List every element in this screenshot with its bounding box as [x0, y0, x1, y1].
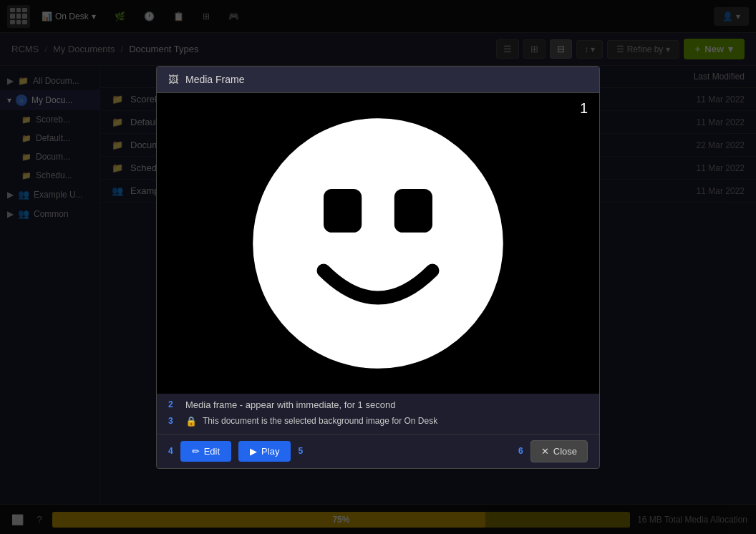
lock-icon: 🔒 — [185, 416, 197, 427]
modal-info-row: 3 🔒 This document is the selected backgr… — [157, 413, 599, 434]
modal-title: Media Frame — [185, 74, 244, 85]
play-btn[interactable]: ▶ Play — [238, 441, 291, 462]
info-text: This document is the selected background… — [203, 416, 437, 426]
modal-body: 1 2 Media frame - appear w — [157, 93, 599, 434]
info-number: 3 — [168, 416, 180, 426]
caption-number: 2 — [168, 399, 180, 409]
modal-caption-row: 2 Media frame - appear with immediate, f… — [157, 394, 599, 413]
edit-btn[interactable]: ✏ Edit — [180, 441, 231, 462]
smiley-image — [242, 107, 514, 379]
media-frame-modal: 🖼 Media Frame 1 — [156, 66, 600, 469]
edit-icon: ✏ — [192, 446, 200, 457]
play-label: Play — [261, 446, 279, 457]
modal-header: 🖼 Media Frame — [157, 67, 599, 93]
caption-text: Media frame - appear with immediate, for… — [185, 399, 395, 410]
close-number: 6 — [518, 446, 523, 456]
modal-overlay[interactable]: 🖼 Media Frame 1 — [0, 0, 756, 534]
close-x-icon: ✕ — [541, 446, 549, 457]
slide-number: 1 — [580, 100, 588, 117]
svg-rect-1 — [324, 189, 362, 233]
close-label: Close — [553, 446, 577, 457]
svg-point-0 — [253, 118, 503, 369]
play-icon: ▶ — [250, 446, 257, 457]
close-btn[interactable]: ✕ Close — [530, 440, 588, 462]
edit-label: Edit — [204, 446, 220, 457]
modal-header-icon: 🖼 — [168, 74, 178, 85]
modal-footer: 4 ✏ Edit ▶ Play 5 6 ✕ Close — [157, 434, 599, 468]
edit-number: 4 — [168, 446, 173, 456]
modal-image-container: 1 — [157, 93, 599, 394]
svg-rect-2 — [394, 189, 432, 233]
empty-number: 5 — [298, 446, 303, 456]
